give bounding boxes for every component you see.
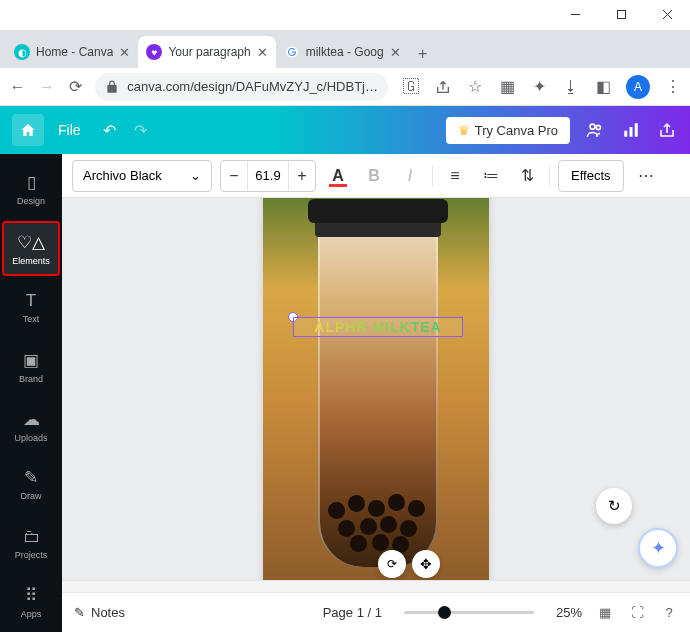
reload-button[interactable]: ⟳ (66, 75, 85, 99)
redo-button[interactable]: ↷ (134, 121, 147, 140)
sidebar-item-brand[interactable]: ▣Brand (2, 339, 60, 394)
tab-title: Home - Canva (36, 45, 113, 59)
sidebar-label: Design (17, 196, 45, 206)
extensions-icon[interactable]: ✦ (530, 78, 548, 96)
page-canvas[interactable]: ALPHR MILKTEA (263, 198, 489, 580)
spacing-button[interactable]: ⇅ (513, 162, 541, 190)
sidebar-label: Projects (15, 550, 48, 560)
notes-button[interactable]: ✎ Notes (74, 605, 125, 620)
new-tab-button[interactable]: + (409, 40, 437, 68)
draw-icon: ✎ (24, 467, 38, 488)
sidebar-item-text[interactable]: TText (2, 280, 60, 335)
svg-rect-1 (617, 11, 625, 19)
window-minimize[interactable] (552, 0, 598, 30)
bold-button[interactable]: B (360, 162, 388, 190)
sidebar-item-projects[interactable]: 🗀Projects (2, 516, 60, 571)
svg-rect-7 (624, 131, 627, 137)
svg-rect-8 (630, 127, 633, 137)
undo-button[interactable]: ↶ (103, 121, 116, 140)
canva-favicon: ◐ (14, 44, 30, 60)
chevron-down-icon: ⌄ (190, 168, 201, 183)
separator (432, 165, 433, 187)
size-decrease[interactable]: − (221, 161, 247, 191)
star-icon[interactable]: ☆ (466, 78, 484, 96)
elements-icon: ♡△ (17, 232, 45, 253)
page-indicator[interactable]: Page 1 / 1 (323, 605, 382, 620)
window-close[interactable] (644, 0, 690, 30)
sync-floating-button[interactable]: ⟳ (378, 550, 406, 578)
cup-image (308, 199, 448, 579)
sidebar-label: Uploads (14, 433, 47, 443)
crown-icon: ♛ (458, 123, 470, 138)
profile-avatar[interactable]: A (626, 75, 650, 99)
browser-tabstrip: ◐ Home - Canva ✕ ♥ Your paragraph ✕ milk… (0, 30, 690, 68)
notes-label: Notes (91, 605, 125, 620)
browser-tab[interactable]: milktea - Goog ✕ (276, 36, 409, 68)
translate-icon[interactable]: 🇬 (402, 78, 420, 96)
browser-tab-active[interactable]: ♥ Your paragraph ✕ (138, 36, 275, 68)
rotate-floating-button[interactable]: ↻ (596, 488, 632, 524)
try-pro-label: Try Canva Pro (475, 123, 558, 138)
magic-button[interactable]: ✦ (638, 528, 678, 568)
horizontal-scrollbar[interactable] (62, 580, 690, 592)
panel-icon[interactable]: ◧ (594, 78, 612, 96)
sidebar-item-elements[interactable]: ♡△Elements (2, 221, 60, 276)
canva-topbar: File ↶ ↷ ♛ Try Canva Pro (0, 106, 690, 154)
font-selector[interactable]: Archivo Black ⌄ (72, 160, 212, 192)
tab-title: milktea - Goog (306, 45, 384, 59)
zoom-value[interactable]: 25% (556, 605, 582, 620)
try-pro-button[interactable]: ♛ Try Canva Pro (446, 117, 570, 144)
more-button[interactable]: ⋯ (632, 162, 660, 190)
sidebar-label: Elements (12, 256, 50, 266)
tab-close-icon[interactable]: ✕ (119, 45, 130, 60)
bottom-bar: ✎ Notes Page 1 / 1 25% ▦ ⛶ ? (62, 592, 690, 632)
collaborators-icon[interactable] (584, 119, 606, 141)
sidebar-item-draw[interactable]: ✎Draw (2, 457, 60, 512)
list-button[interactable]: ≔ (477, 162, 505, 190)
back-button[interactable]: ← (8, 75, 27, 99)
svg-rect-9 (635, 123, 638, 137)
help-icon[interactable]: ? (660, 604, 678, 622)
canva-favicon: ♥ (146, 44, 162, 60)
sidebar-item-design[interactable]: ▯Design (2, 162, 60, 217)
canvas-area[interactable]: ALPHR MILKTEA ↻ ⟳ ✥ ✦ (62, 198, 690, 580)
italic-button[interactable]: I (396, 162, 424, 190)
download-icon[interactable]: ⭳ (562, 78, 580, 96)
brand-icon: ▣ (23, 350, 39, 371)
align-button[interactable]: ≡ (441, 162, 469, 190)
text-element-selected[interactable]: ALPHR MILKTEA (293, 317, 463, 337)
browser-tab[interactable]: ◐ Home - Canva ✕ (6, 36, 138, 68)
zoom-thumb[interactable] (438, 606, 451, 619)
lock-icon (105, 80, 119, 94)
tab-close-icon[interactable]: ✕ (390, 45, 401, 60)
qr-icon[interactable]: ▦ (498, 78, 516, 96)
tab-title: Your paragraph (168, 45, 250, 59)
file-menu[interactable]: File (58, 122, 81, 138)
fullscreen-icon[interactable]: ⛶ (628, 604, 646, 622)
tab-close-icon[interactable]: ✕ (257, 45, 268, 60)
sidebar-label: Draw (20, 491, 41, 501)
window-maximize[interactable] (598, 0, 644, 30)
analytics-icon[interactable] (620, 119, 642, 141)
share-button[interactable] (656, 119, 678, 141)
menu-icon[interactable]: ⋮ (664, 78, 682, 96)
font-size-input[interactable] (247, 161, 289, 191)
url-box[interactable]: canva.com/design/DAFuMvZYJ_c/HDBTj… (95, 73, 388, 101)
zoom-slider[interactable] (404, 611, 534, 614)
text-color-button[interactable]: A (324, 162, 352, 190)
share-icon[interactable] (434, 78, 452, 96)
window-titlebar (0, 0, 690, 30)
address-bar: ← → ⟳ canva.com/design/DAFuMvZYJ_c/HDBTj… (0, 68, 690, 106)
effects-button[interactable]: Effects (558, 160, 624, 192)
google-favicon (284, 44, 300, 60)
sidebar-item-uploads[interactable]: ☁Uploads (2, 398, 60, 453)
font-name: Archivo Black (83, 168, 162, 183)
home-button[interactable] (12, 114, 44, 146)
size-increase[interactable]: + (289, 161, 315, 191)
canvas-text: ALPHR MILKTEA (314, 319, 441, 335)
font-size-stepper: − + (220, 160, 316, 192)
move-floating-button[interactable]: ✥ (412, 550, 440, 578)
forward-button[interactable]: → (37, 75, 56, 99)
grid-view-icon[interactable]: ▦ (596, 604, 614, 622)
sidebar-item-apps[interactable]: ⠿Apps (2, 575, 60, 630)
